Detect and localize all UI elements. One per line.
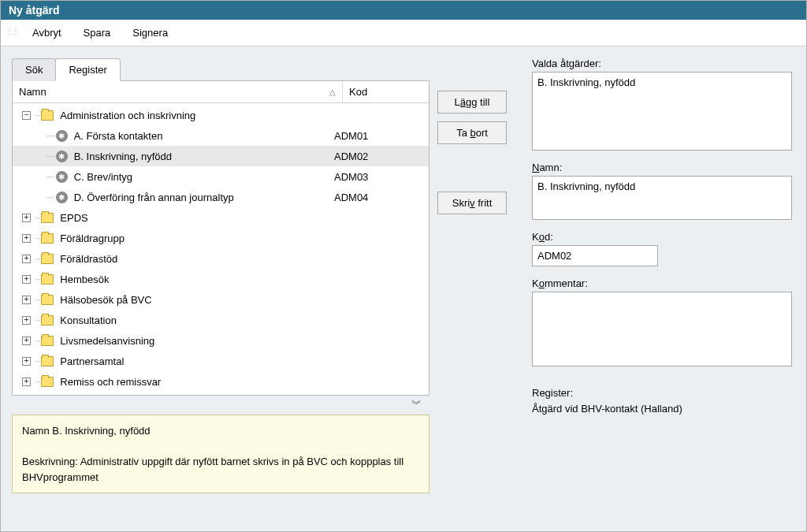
folder-icon <box>41 110 54 121</box>
tree-row-kod: ADM02 <box>334 151 429 162</box>
tree-row[interactable]: +···EPDS <box>13 207 429 228</box>
tree-header: Namn △ Kod <box>13 81 429 103</box>
tree-row-label: D. Överföring från annan journaltyp <box>73 192 334 203</box>
remove-button[interactable]: Ta bort <box>437 121 507 144</box>
description-text: Beskrivning: Administrativ uppgift där n… <box>22 454 419 485</box>
gear-icon <box>56 192 68 203</box>
tree-row-label: Livsmedelsanvisning <box>58 335 334 347</box>
menu-avbryt[interactable]: Avbryt <box>23 24 71 41</box>
add-button[interactable]: Lägg till <box>437 91 507 113</box>
expand-icon[interactable]: + <box>22 275 31 284</box>
tree-row-label: Administration och inskrivning <box>58 110 334 121</box>
window-title: Ny åtgärd <box>1 1 806 20</box>
left-column: Sök Register Namn △ Kod −···Administrati… <box>12 58 430 531</box>
tree-row[interactable]: +···Hembesök <box>13 269 429 289</box>
folder-icon <box>41 213 54 223</box>
menu-signera[interactable]: Signera <box>123 24 177 41</box>
tab-register[interactable]: Register <box>55 58 120 81</box>
expand-icon[interactable]: + <box>22 316 31 325</box>
selected-actions-label: Valda åtgärder: <box>532 58 792 69</box>
chevron-down-double-icon: ︾ <box>411 398 422 410</box>
middle-column: Lägg till Ta bort Skriv fritt <box>437 58 524 531</box>
kod-field-label: Kod: <box>532 231 792 243</box>
tree-row-label: Konsultation <box>58 314 334 326</box>
tree-row[interactable]: −···Administration och inskrivning <box>13 105 429 125</box>
collapse-icon[interactable]: − <box>22 111 31 120</box>
menu-spara[interactable]: Spara <box>74 24 121 41</box>
tree-row-label: C. Brev/intyg <box>73 171 334 183</box>
tree-row-label: EPDS <box>58 212 334 224</box>
free-text-button[interactable]: Skriv fritt <box>437 192 507 214</box>
expand-icon[interactable]: + <box>22 378 31 386</box>
tree-header-name-label: Namn <box>19 86 46 98</box>
tree-row-label: A. Första kontakten <box>73 130 334 142</box>
menu-bar: ⋮⋮ Avbryt Spara Signera <box>1 20 806 47</box>
comment-field[interactable] <box>532 292 792 366</box>
tree-row[interactable]: +···Livsmedelsanvisning <box>13 330 429 351</box>
description-panel: Namn B. Inskrivning, nyfödd Beskrivning:… <box>12 415 430 493</box>
register-label: Register: <box>532 385 792 401</box>
tree-row-kod: ADM01 <box>334 130 429 142</box>
tree-row[interactable]: ······B. Inskrivning, nyföddADM02 <box>13 146 429 166</box>
menu-grip-icon: ⋮⋮ <box>4 24 20 41</box>
register-info: Register: Åtgärd vid BHV-kontakt (Hallan… <box>532 385 792 416</box>
tree-row-label: Föräldragrupp <box>58 233 334 244</box>
tabs-row: Sök Register <box>12 58 430 80</box>
tree-row-label: Föräldrastöd <box>58 253 334 265</box>
tree-row-label: Hälsobesök på BVC <box>58 294 334 306</box>
description-name-line: Namn B. Inskrivning, nyfödd <box>22 423 419 439</box>
expand-icon[interactable]: + <box>22 337 31 345</box>
tree-body[interactable]: −···Administration och inskrivning······… <box>13 103 429 395</box>
content-area: Sök Register Namn △ Kod −···Administrati… <box>1 47 806 531</box>
tree-row[interactable]: +···Remiss och remissvar <box>13 371 429 392</box>
gear-icon <box>56 171 68 183</box>
tree-row-label: Remiss och remissvar <box>58 376 334 388</box>
tree-row[interactable]: +···Föräldrastöd <box>13 248 429 269</box>
tree-row[interactable]: +···Hälsobesök på BVC <box>13 289 429 310</box>
tree-panel: Namn △ Kod −···Administration och inskri… <box>12 80 430 396</box>
tree-row[interactable]: ······C. Brev/intygADM03 <box>13 166 429 187</box>
folder-icon <box>41 274 54 285</box>
tree-row-label: Partnersamtal <box>58 355 334 367</box>
gear-icon <box>56 130 68 142</box>
tab-sok[interactable]: Sök <box>12 58 56 81</box>
right-column: Valda åtgärder: B. Inskrivning, nyfödd N… <box>532 58 806 531</box>
tree-row[interactable]: +···Konsultation <box>13 310 429 330</box>
tree-row[interactable]: ······A. Första kontaktenADM01 <box>13 125 429 146</box>
expand-icon[interactable]: + <box>22 296 31 304</box>
tree-header-kod[interactable]: Kod <box>342 81 429 102</box>
expand-icon[interactable]: + <box>22 214 31 222</box>
tree-row-kod: ADM03 <box>334 171 429 183</box>
name-field[interactable]: B. Inskrivning, nyfödd <box>532 176 792 220</box>
folder-icon <box>41 233 54 244</box>
expand-icon[interactable]: + <box>22 255 31 263</box>
sort-asc-icon: △ <box>329 87 336 96</box>
folder-icon <box>41 295 54 305</box>
expand-icon[interactable]: + <box>22 234 31 243</box>
folder-icon <box>41 336 54 346</box>
folder-icon <box>41 356 54 366</box>
name-field-label: Namn: <box>532 162 792 173</box>
window-root: Ny åtgärd ⋮⋮ Avbryt Spara Signera Sök Re… <box>0 0 807 532</box>
folder-icon <box>41 254 54 264</box>
tree-row-label: Hembesök <box>58 273 334 285</box>
tree-row[interactable]: +···Partnersamtal <box>13 351 429 371</box>
tree-row[interactable]: +···Föräldragrupp <box>13 228 429 248</box>
register-value: Åtgärd vid BHV-kontakt (Halland) <box>532 401 792 417</box>
expand-icon[interactable]: + <box>22 357 31 366</box>
folder-icon <box>41 377 54 387</box>
selected-actions-list[interactable]: B. Inskrivning, nyfödd <box>532 72 792 151</box>
gear-icon <box>56 151 68 162</box>
tree-header-name[interactable]: Namn △ <box>13 81 342 102</box>
tree-row-label: B. Inskrivning, nyfödd <box>73 151 334 162</box>
folder-icon <box>41 315 54 326</box>
tree-row-kod: ADM04 <box>334 192 429 203</box>
tree-row[interactable]: ······D. Överföring från annan journalty… <box>13 187 429 207</box>
comment-field-label: Kommentar: <box>532 277 792 289</box>
collapse-handle[interactable]: ︾ <box>12 396 430 411</box>
kod-field[interactable] <box>532 245 658 266</box>
